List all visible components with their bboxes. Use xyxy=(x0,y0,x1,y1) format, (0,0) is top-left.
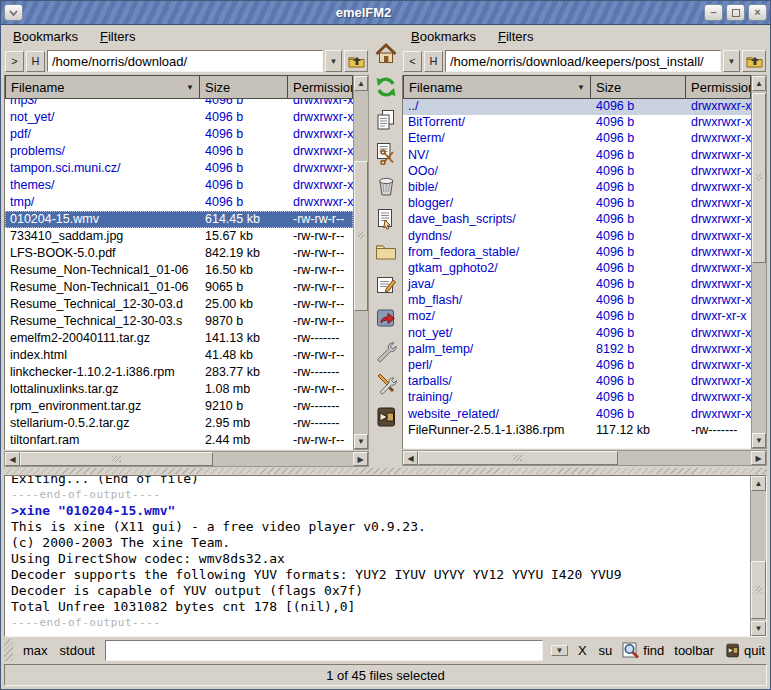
file-row[interactable]: NV/4096 bdrwxrwxr-x xyxy=(403,148,751,164)
trash-button[interactable] xyxy=(372,173,399,199)
scroll-up-icon[interactable]: ▲ xyxy=(751,476,766,491)
stdout-button[interactable]: stdout xyxy=(58,642,97,659)
file-row[interactable]: tarballs/4096 bdrwxrwxr-x xyxy=(403,374,751,390)
file-row[interactable]: index.html41.48 kb-rw-rw-r-- xyxy=(5,347,353,364)
file-row[interactable]: website_related/4096 bdrwxrwxr-x xyxy=(403,407,751,423)
left-size-header[interactable]: Size xyxy=(200,75,288,99)
view-button[interactable] xyxy=(372,206,399,232)
left-history-button[interactable]: > xyxy=(5,51,24,72)
pane-splitter-handle[interactable] xyxy=(4,467,767,475)
scroll-right-icon[interactable]: ▶ xyxy=(751,451,766,465)
right-filters-menu[interactable]: Filters xyxy=(498,29,533,44)
scrollbar-thumb[interactable] xyxy=(752,93,766,263)
file-row[interactable]: bible/4096 bdrwxrwxr-x xyxy=(403,180,751,196)
left-path-dropdown[interactable]: ▼ xyxy=(325,50,342,72)
su-button[interactable]: su xyxy=(597,642,615,659)
scroll-up-icon[interactable]: ▲ xyxy=(752,76,766,91)
left-go-up-button[interactable] xyxy=(344,50,368,72)
right-size-header[interactable]: Size xyxy=(591,75,686,99)
file-row[interactable]: tiltonfart.ram2.44 mb-rw-rw-r-- xyxy=(5,432,353,449)
right-go-up-button[interactable] xyxy=(742,50,766,72)
scrollbar-thumb[interactable] xyxy=(20,452,213,466)
file-row[interactable]: moz/4096 bdrwxr-xr-x xyxy=(403,309,751,325)
file-row[interactable]: Resume_Technical_12-30-03.d25.00 kb-rw-r… xyxy=(5,296,353,313)
new-folder-button[interactable] xyxy=(372,239,399,265)
quit-button-bottom[interactable]: quit xyxy=(724,642,765,659)
scroll-left-icon[interactable]: ◀ xyxy=(403,451,418,465)
file-row[interactable]: lottalinuxlinks.tar.gz1.08 mb-rw-rw-r-- xyxy=(5,381,353,398)
file-row[interactable]: mp3/4096 bdrwxrwxr-x xyxy=(5,99,353,109)
file-row[interactable]: blogger/4096 bdrwxrwxr-x xyxy=(403,196,751,212)
toolbar-button[interactable]: toolbar xyxy=(672,642,716,659)
file-row[interactable]: FileRunner-2.5.1-1.i386.rpm117.12 kb-rw-… xyxy=(403,423,751,439)
file-row[interactable]: ../4096 bdrwxrwxr-x xyxy=(403,99,751,115)
refresh-button[interactable] xyxy=(372,74,399,100)
maximize-button[interactable] xyxy=(726,4,745,21)
output-pane[interactable]: Exiting... (End of file)----end-of-outpu… xyxy=(5,476,750,636)
left-filters-menu[interactable]: Filters xyxy=(100,29,135,44)
file-row[interactable]: Eterm/4096 bdrwxrwxr-x xyxy=(403,131,751,147)
file-row[interactable]: tampon.sci.muni.cz/4096 bdrwxrwxr-x xyxy=(5,160,353,177)
left-horizontal-scrollbar[interactable]: ◀ ▶ xyxy=(4,451,369,467)
file-row[interactable]: pdf/4096 bdrwxrwxr-x xyxy=(5,126,353,143)
move-button[interactable] xyxy=(372,140,399,166)
right-path-input[interactable] xyxy=(446,51,720,71)
file-row[interactable]: not_yet/4096 bdrwxrwxr-x xyxy=(5,109,353,126)
file-row[interactable]: dyndns/4096 bdrwxrwxr-x xyxy=(403,229,751,245)
file-row[interactable]: 733410_saddam.jpg15.67 kb-rw-rw-r-- xyxy=(5,228,353,245)
left-permissions-header[interactable]: Permission xyxy=(288,75,353,99)
file-row[interactable]: LFS-BOOK-5.0.pdf842.19 kb-rw-rw-r-- xyxy=(5,245,353,262)
scrollbar-thumb[interactable] xyxy=(418,451,618,465)
file-row[interactable]: tmp/4096 bdrwxrwxr-x xyxy=(5,194,353,211)
scroll-up-icon[interactable]: ▲ xyxy=(354,76,368,91)
copy-button[interactable] xyxy=(372,107,399,133)
left-vertical-scrollbar[interactable]: ▲ ▼ xyxy=(353,75,369,450)
scroll-left-icon[interactable]: ◀ xyxy=(5,452,20,466)
output-vertical-scrollbar[interactable]: ▲ ▼ xyxy=(750,476,766,636)
scroll-down-icon[interactable]: ▼ xyxy=(354,434,368,449)
file-row[interactable]: Resume_Non-Technical1_01-069065 b-rw-rw-… xyxy=(5,279,353,296)
x-button[interactable]: X xyxy=(576,642,589,659)
max-button[interactable]: max xyxy=(21,642,50,659)
left-home-button[interactable]: H xyxy=(26,51,45,72)
configure-button[interactable] xyxy=(372,338,399,364)
right-horizontal-scrollbar[interactable]: ◀ ▶ xyxy=(402,450,767,466)
right-path-dropdown[interactable]: ▼ xyxy=(723,50,740,72)
right-vertical-scrollbar[interactable]: ▲ ▼ xyxy=(751,75,767,449)
file-row[interactable]: palm_temp/8192 bdrwxrwxr-x xyxy=(403,342,751,358)
resize-grip[interactable] xyxy=(4,639,13,661)
file-row[interactable]: linkchecker-1.10.2-1.i386.rpm283.77 kb-r… xyxy=(5,364,353,381)
file-row[interactable]: perl/4096 bdrwxrwxr-x xyxy=(403,358,751,374)
file-row[interactable]: Resume_Technical_12-30-03.s9870 b-rw-rw-… xyxy=(5,313,353,330)
right-permissions-header[interactable]: Permissions xyxy=(686,75,751,99)
file-row[interactable]: rpm_environment.tar.gz9210 b-rw------- xyxy=(5,398,353,415)
scroll-right-icon[interactable]: ▶ xyxy=(353,452,368,466)
scroll-down-icon[interactable]: ▼ xyxy=(752,433,766,448)
file-row[interactable]: not_yet/4096 bdrwxrwxr-x xyxy=(403,326,751,342)
edit-button[interactable] xyxy=(372,272,399,298)
symlink-button[interactable] xyxy=(372,305,399,331)
left-filename-header[interactable]: Filename▼ xyxy=(5,75,200,99)
plugins-button[interactable] xyxy=(372,371,399,397)
file-row[interactable]: Resume_Non-Technical1_01-0616.50 kb-rw-r… xyxy=(5,262,353,279)
scrollbar-thumb[interactable] xyxy=(354,161,368,311)
right-home-button[interactable]: H xyxy=(424,51,443,72)
file-row[interactable]: gtkam_gphoto2/4096 bdrwxrwxr-x xyxy=(403,261,751,277)
file-row[interactable]: BitTorrent/4096 bdrwxrwxr-x xyxy=(403,115,751,131)
home-button[interactable] xyxy=(372,41,399,67)
right-filename-header[interactable]: Filename▼ xyxy=(403,75,591,99)
file-row[interactable]: 010204-15.wmv614.45 kb-rw-rw-r-- xyxy=(5,211,353,228)
file-row[interactable]: problems/4096 bdrwxrwxr-x xyxy=(5,143,353,160)
file-row[interactable]: emelfm2-20040111.tar.gz141.13 kb-rw-----… xyxy=(5,330,353,347)
command-input[interactable] xyxy=(106,641,542,660)
minimize-button[interactable]: – xyxy=(704,4,723,21)
file-row[interactable]: from_fedora_stable/4096 bdrwxrwxr-x xyxy=(403,245,751,261)
left-path-input[interactable] xyxy=(48,51,322,71)
file-row[interactable]: OOo/4096 bdrwxrwxr-x xyxy=(403,164,751,180)
find-button[interactable]: find xyxy=(622,642,664,659)
command-history-dropdown[interactable]: ▼ xyxy=(551,645,568,656)
quit-button[interactable] xyxy=(372,404,399,430)
window-menu-button[interactable] xyxy=(4,4,23,21)
file-row[interactable]: dave_bash_scripts/4096 bdrwxrwxr-x xyxy=(403,212,751,228)
close-button[interactable]: × xyxy=(748,4,767,21)
